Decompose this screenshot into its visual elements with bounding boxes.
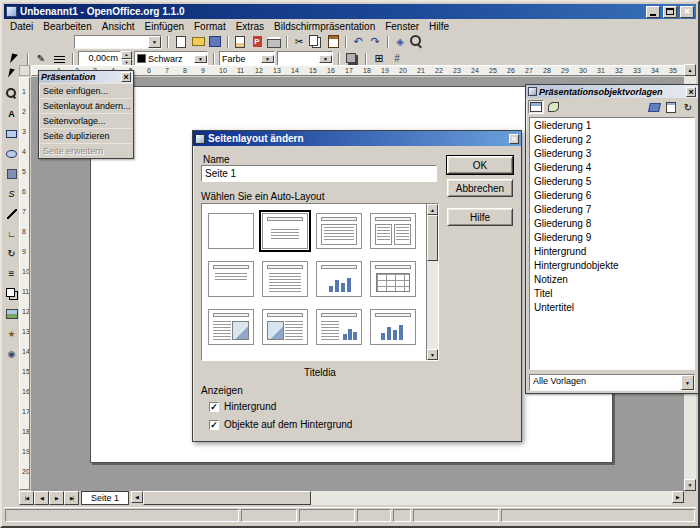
style-item-gliederung-7[interactable]: Gliederung 7 xyxy=(531,203,693,217)
style-item-gliederung-2[interactable]: Gliederung 2 xyxy=(531,133,693,147)
zoom-icon[interactable] xyxy=(409,35,425,49)
spin-up-icon[interactable] xyxy=(121,51,132,59)
presentation-styles-icon[interactable] xyxy=(528,100,544,114)
arrange-icon[interactable] xyxy=(5,287,18,300)
layout-thumbnail-title-chart-full[interactable] xyxy=(370,309,416,345)
menu-item-seitenvorlage[interactable]: Seitenvorlage... xyxy=(39,113,133,128)
style-item-gliederung-4[interactable]: Gliederung 4 xyxy=(531,161,693,175)
dropdown-icon[interactable] xyxy=(681,375,694,390)
fill-color-dropdown[interactable] xyxy=(277,51,333,66)
snap-lines-icon[interactable] xyxy=(389,52,405,66)
title-bar[interactable]: Unbenannt1 - OpenOffice.org 1.1.0 xyxy=(4,4,696,19)
close-icon[interactable] xyxy=(121,72,131,82)
layout-thumbnail-title-text-top[interactable] xyxy=(208,261,254,297)
url-combobox[interactable] xyxy=(74,35,162,49)
scroll-up-icon[interactable] xyxy=(427,204,438,215)
save-document-icon[interactable] xyxy=(207,35,223,49)
presentation-toolbar-titlebar[interactable]: Präsentation xyxy=(39,71,133,83)
line-style-icon[interactable] xyxy=(51,52,67,66)
layout-thumbnail-blank[interactable] xyxy=(208,213,254,249)
curve-icon[interactable] xyxy=(5,187,18,200)
edit-points-icon[interactable] xyxy=(33,52,49,66)
maximize-button[interactable] xyxy=(663,6,677,18)
rotate-icon[interactable] xyxy=(5,247,18,260)
style-item-gliederung-3[interactable]: Gliederung 3 xyxy=(531,147,693,161)
scroll-thumb[interactable] xyxy=(427,215,438,261)
line-width-spinner[interactable] xyxy=(121,51,132,66)
page-layout-dialog[interactable]: Seitenlayout ändern Name Wählen Sie ein … xyxy=(192,130,522,442)
line-width-value[interactable]: 0,00cm xyxy=(78,51,121,66)
rectangle-icon[interactable] xyxy=(5,127,18,140)
menu-item-seite-duplizieren[interactable]: Seite duplizieren xyxy=(39,128,133,143)
dropdown-icon[interactable] xyxy=(148,36,161,48)
dialog-titlebar[interactable]: Seitenlayout ändern xyxy=(193,131,521,146)
lines-arrows-icon[interactable] xyxy=(5,207,18,220)
presentation-floating-toolbar[interactable]: Präsentation Seite einfügen... Seitenlay… xyxy=(38,70,134,159)
effects-icon[interactable] xyxy=(5,327,18,340)
stylist-titlebar[interactable]: Präsentationsobjektvorlagen xyxy=(526,85,698,98)
minimize-button[interactable] xyxy=(646,6,660,18)
page-tab[interactable]: Seite 1 xyxy=(81,491,129,505)
style-item-gliederung-5[interactable]: Gliederung 5 xyxy=(531,175,693,189)
grid-icon[interactable] xyxy=(371,52,387,66)
last-page-button[interactable] xyxy=(64,491,79,505)
cut-icon[interactable] xyxy=(291,35,307,49)
line-width-field[interactable]: 0,00cm xyxy=(78,51,132,66)
navigator-icon[interactable] xyxy=(392,35,408,49)
new-style-from-selection-icon[interactable] xyxy=(663,100,679,114)
layout-thumbnail-title-image-text[interactable] xyxy=(262,309,308,345)
paste-icon[interactable] xyxy=(325,35,341,49)
vertical-ruler[interactable]: 1234567891011121314151617181920 xyxy=(19,77,30,490)
redo-icon[interactable] xyxy=(367,35,383,49)
horizontal-scroll-thumb[interactable] xyxy=(143,491,311,505)
interaction-icon[interactable] xyxy=(5,347,18,360)
edit-file-icon[interactable] xyxy=(232,35,248,49)
dropdown-icon[interactable] xyxy=(194,55,207,63)
menu-item-datei[interactable]: Datei xyxy=(5,20,38,33)
checkbox-objekte-auf-hintergrund[interactable]: Objekte auf dem Hintergrund xyxy=(209,419,352,430)
first-page-button[interactable] xyxy=(19,491,34,505)
styles-filter-dropdown[interactable]: Alle Vorlagen xyxy=(529,374,695,391)
ellipse-icon[interactable] xyxy=(5,147,18,160)
alignment-icon[interactable] xyxy=(5,267,18,280)
cancel-button[interactable]: Abbrechen xyxy=(447,179,513,197)
styles-list[interactable]: Gliederung 1Gliederung 2Gliederung 3Glie… xyxy=(529,117,695,370)
scroll-track[interactable] xyxy=(427,215,438,349)
style-item-gliederung-8[interactable]: Gliederung 8 xyxy=(531,217,693,231)
url-input[interactable] xyxy=(75,36,148,48)
horizontal-scrollbar[interactable] xyxy=(131,491,696,505)
presentation-styles-panel[interactable]: Präsentationsobjektvorlagen Gliederung 1… xyxy=(525,84,699,394)
layout-thumbnail-title-text-image[interactable] xyxy=(208,309,254,345)
dropdown-icon[interactable] xyxy=(261,55,274,63)
menu-item-seite-einfuegen[interactable]: Seite einfügen... xyxy=(39,83,133,98)
style-item-gliederung-9[interactable]: Gliederung 9 xyxy=(531,231,693,245)
print-file-icon[interactable] xyxy=(266,35,282,49)
close-icon[interactable] xyxy=(686,87,696,97)
open-document-icon[interactable] xyxy=(190,35,206,49)
fill-format-mode-icon[interactable] xyxy=(646,100,662,114)
scroll-left-icon[interactable] xyxy=(131,491,143,503)
insert-object-icon[interactable] xyxy=(5,307,18,320)
close-icon[interactable] xyxy=(509,134,519,144)
menu-item-hilfe[interactable]: Hilfe xyxy=(424,20,454,33)
menu-item-seitenlayout-aendern[interactable]: Seitenlayout ändern... xyxy=(39,98,133,113)
undo-icon[interactable] xyxy=(350,35,366,49)
style-item-hintergrundobjekte[interactable]: Hintergrundobjekte xyxy=(531,259,693,273)
horizontal-scroll-track[interactable] xyxy=(143,491,672,505)
help-button[interactable]: Hilfe xyxy=(447,208,513,226)
graphic-styles-icon[interactable] xyxy=(545,100,561,114)
checkbox-hintergrund[interactable]: Hintergrund xyxy=(209,401,276,412)
layout-thumbnail-title-chart[interactable] xyxy=(316,261,362,297)
new-document-icon[interactable] xyxy=(173,35,189,49)
copy-icon[interactable] xyxy=(308,35,324,49)
next-page-button[interactable] xyxy=(49,491,64,505)
zoom-icon[interactable] xyxy=(5,87,18,100)
scroll-down-icon[interactable] xyxy=(427,349,438,360)
scroll-down-icon[interactable] xyxy=(684,479,696,491)
dropdown-icon[interactable] xyxy=(319,55,332,63)
menu-item-einfügen[interactable]: Einfügen xyxy=(140,20,189,33)
close-button[interactable] xyxy=(680,6,694,18)
style-item-gliederung-1[interactable]: Gliederung 1 xyxy=(531,119,693,133)
layout-thumbnail-title-text[interactable] xyxy=(316,213,362,249)
page-name-input[interactable] xyxy=(201,165,437,182)
